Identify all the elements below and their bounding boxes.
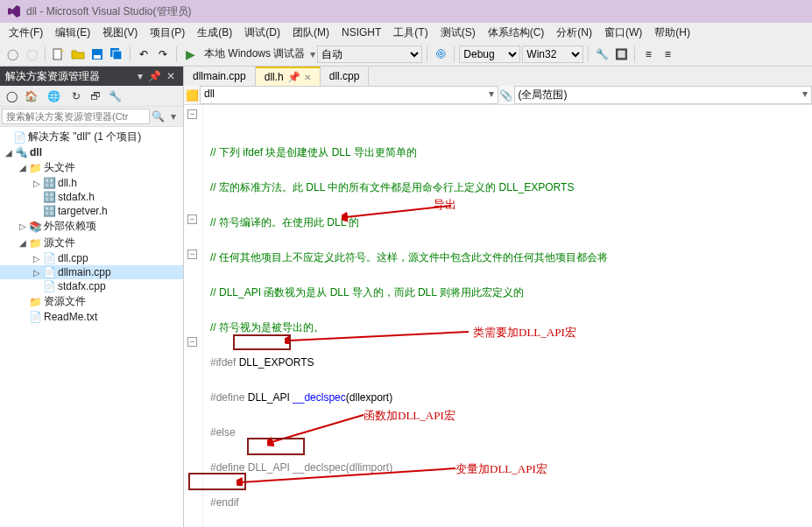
home-icon[interactable]: 🏠 xyxy=(23,88,39,104)
solution-explorer-panel: 解决方案资源管理器 ▾ 📌 ✕ ◯ 🏠 🌐 ↻ 🗗 🔧 🔍 ▾ 📄解决方案 "d… xyxy=(0,67,184,527)
fold-icon[interactable]: − xyxy=(187,214,197,224)
resources-folder[interactable]: 📁资源文件 xyxy=(0,293,183,310)
solution-config-dropdown[interactable]: 自动 xyxy=(317,46,422,63)
debug-target-label[interactable]: 本地 Windows 调试器 xyxy=(201,46,308,61)
menu-window[interactable]: 窗口(W) xyxy=(599,24,647,42)
file-stdafx-cpp[interactable]: 📄stdafx.cpp xyxy=(0,279,183,293)
explorer-search-input[interactable] xyxy=(2,109,150,124)
nav-forward-icon: ◯ xyxy=(23,46,40,63)
menu-debug[interactable]: 调试(D) xyxy=(239,24,286,42)
vs-logo-icon xyxy=(7,4,21,18)
fold-icon[interactable]: − xyxy=(187,337,197,347)
open-button[interactable] xyxy=(69,46,87,63)
svg-rect-0 xyxy=(53,49,61,60)
back-icon[interactable]: ◯ xyxy=(4,88,19,104)
platform-dropdown[interactable]: Win32 xyxy=(522,46,583,63)
menu-build[interactable]: 生成(B) xyxy=(192,24,237,42)
redbox-func xyxy=(247,438,305,455)
redo-button[interactable]: ↷ xyxy=(154,46,172,63)
file-readme[interactable]: 📄ReadMe.txt xyxy=(0,310,183,324)
fold-icon[interactable]: − xyxy=(187,109,197,119)
save-all-button[interactable] xyxy=(108,46,125,63)
solution-tree: 📄解决方案 "dll" (1 个项目) ◢🔩dll ◢📁头文件 ▷🔠dll.h … xyxy=(0,127,183,527)
code-area[interactable]: − − − − // 下列 ifdef 块是创建使从 DLL 导出更简单的 //… xyxy=(184,105,812,527)
headers-folder[interactable]: ◢📁头文件 xyxy=(0,159,183,176)
close-icon[interactable]: ✕ xyxy=(166,70,175,82)
explorer-toolbar: ◯ 🏠 🌐 ↻ 🗗 🔧 xyxy=(0,86,183,107)
toolbox-button[interactable]: 🔧 xyxy=(593,46,611,63)
search-icon[interactable]: 🔍 xyxy=(150,110,166,123)
search-dropdown-icon[interactable]: ▾ xyxy=(166,110,181,123)
menu-view[interactable]: 视图(V) xyxy=(97,24,143,42)
main-area: 解决方案资源管理器 ▾ 📌 ✕ ◯ 🏠 🌐 ↻ 🗗 🔧 🔍 ▾ 📄解决方案 "d… xyxy=(0,67,812,527)
menu-help[interactable]: 帮助(H) xyxy=(649,24,695,42)
menu-tools[interactable]: 工具(T) xyxy=(388,24,433,42)
project-node[interactable]: ◢🔩dll xyxy=(0,145,183,159)
nav-sep-icon: 📎 xyxy=(498,86,514,104)
nav-cube-icon: 🟨 xyxy=(184,86,200,104)
menu-nsight[interactable]: NSIGHT xyxy=(336,25,386,40)
undo-button[interactable]: ↶ xyxy=(135,46,152,63)
file-dllmain-cpp[interactable]: ▷📄dllmain.cpp xyxy=(0,265,183,279)
config-dropdown[interactable]: Debug xyxy=(459,46,520,63)
code-gutter: − − − − xyxy=(184,105,203,527)
menu-edit[interactable]: 编辑(E) xyxy=(50,24,95,42)
window-title: dll - Microsoft Visual Studio(管理员) xyxy=(26,4,192,19)
properties-button[interactable]: 🔲 xyxy=(612,46,630,63)
fold-icon[interactable]: − xyxy=(187,249,197,259)
sync-icon[interactable]: 🗗 xyxy=(88,88,103,104)
extdeps-folder[interactable]: ▷📚外部依赖项 xyxy=(0,218,183,235)
uncomment-button[interactable]: ≡ xyxy=(659,46,676,63)
start-debug-icon[interactable]: ▶ xyxy=(181,46,199,63)
svg-rect-2 xyxy=(94,55,101,59)
explorer-header: 解决方案资源管理器 ▾ 📌 ✕ xyxy=(0,67,183,86)
file-targetver-h[interactable]: 🔠targetver.h xyxy=(0,204,183,218)
pin-icon[interactable]: 📌 xyxy=(148,70,161,82)
code-editor: dllmain.cpp dll.h📌✕ dll.cpp 🟨 dll▾ 📎 (全局… xyxy=(184,67,812,527)
explorer-search: 🔍 ▾ xyxy=(0,107,183,127)
file-dll-cpp[interactable]: ▷📄dll.cpp xyxy=(0,251,183,265)
nav-scope-right[interactable]: (全局范围)▾ xyxy=(514,86,813,104)
code-navbar: 🟨 dll▾ 📎 (全局范围)▾ xyxy=(184,86,812,105)
file-dll-h[interactable]: ▷🔠dll.h xyxy=(0,176,183,190)
tab-dll-cpp[interactable]: dll.cpp xyxy=(321,67,370,86)
file-stdafx-h[interactable]: 🔠stdafx.h xyxy=(0,190,183,204)
redbox-class xyxy=(233,334,291,350)
explorer-title: 解决方案资源管理器 xyxy=(5,69,100,84)
tab-dll-h[interactable]: dll.h📌✕ xyxy=(256,67,321,86)
menu-bar: 文件(F) 编辑(E) 视图(V) 项目(P) 生成(B) 调试(D) 团队(M… xyxy=(0,23,812,42)
menu-team[interactable]: 团队(M) xyxy=(287,24,335,42)
annotation-func-macro: 函数加DLL_API宏 xyxy=(364,407,455,425)
menu-test[interactable]: 测试(S) xyxy=(435,24,481,42)
nav-back-icon[interactable]: ◯ xyxy=(4,46,21,63)
find-button[interactable]: 🞋 xyxy=(432,46,449,63)
editor-tabs: dllmain.cpp dll.h📌✕ dll.cpp xyxy=(184,67,812,86)
save-button[interactable] xyxy=(88,46,106,63)
dropdown-icon[interactable]: ▾ xyxy=(138,70,143,82)
new-button[interactable] xyxy=(50,46,67,63)
menu-arch[interactable]: 体系结构(C) xyxy=(483,24,550,42)
svg-rect-4 xyxy=(113,51,122,60)
sources-folder[interactable]: ◢📁源文件 xyxy=(0,235,183,251)
solution-node[interactable]: 📄解决方案 "dll" (1 个项目) xyxy=(0,129,183,145)
menu-analyze[interactable]: 分析(N) xyxy=(551,24,597,42)
pin-tab-icon[interactable]: 📌 xyxy=(287,71,300,83)
annotation-export: 导出 xyxy=(434,196,456,214)
close-tab-icon[interactable]: ✕ xyxy=(304,73,311,82)
props-icon[interactable]: 🔧 xyxy=(107,88,123,104)
toolbar: ◯ ◯ ↶ ↷ ▶ 本地 Windows 调试器 ▾ 自动 🞋 Debug Wi… xyxy=(0,42,812,67)
tab-dllmain[interactable]: dllmain.cpp xyxy=(184,67,256,86)
menu-project[interactable]: 项目(P) xyxy=(145,24,190,42)
menu-file[interactable]: 文件(F) xyxy=(4,24,48,42)
world-icon[interactable]: 🌐 xyxy=(46,88,61,104)
title-bar: dll - Microsoft Visual Studio(管理员) xyxy=(0,0,812,23)
comment-button[interactable]: ≡ xyxy=(639,46,657,63)
nav-scope-left[interactable]: dll▾ xyxy=(200,86,498,104)
refresh-icon[interactable]: ↻ xyxy=(68,88,84,104)
redbox-var xyxy=(188,473,246,490)
